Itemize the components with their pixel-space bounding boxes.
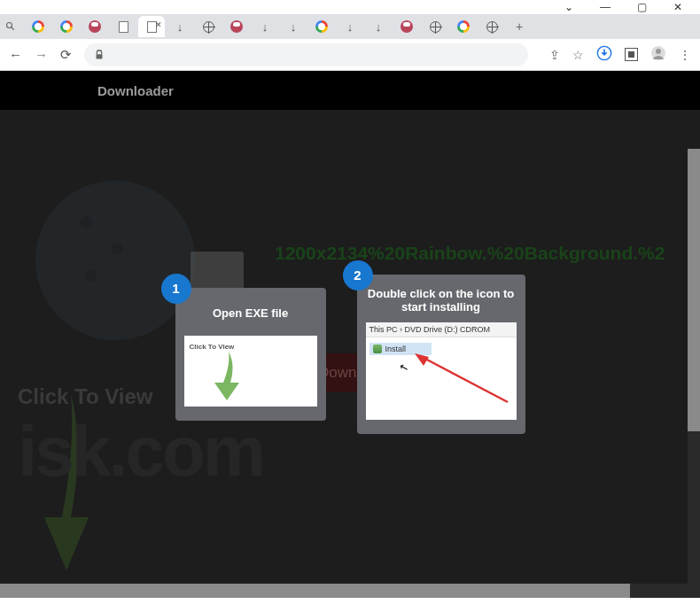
- thumb-text-1: Click To View: [190, 343, 235, 351]
- svg-point-5: [656, 49, 661, 54]
- extensions-icon[interactable]: [625, 48, 638, 61]
- bug-icon: [89, 20, 101, 33]
- window-minimize-icon[interactable]: —: [600, 1, 611, 13]
- bug-icon: [401, 20, 413, 33]
- chrome-icon: [315, 20, 328, 33]
- downloads-icon[interactable]: [596, 45, 612, 65]
- crumb-sep: ›: [400, 325, 402, 334]
- step-thumb-2: This PC › DVD Drive (D:) CDROM Install ↖: [366, 322, 517, 420]
- tab-12[interactable]: ↓: [337, 16, 363, 37]
- site-header: Downloader: [0, 71, 700, 110]
- tab-3[interactable]: [82, 16, 108, 37]
- tab-5-active[interactable]: ✕: [138, 16, 165, 37]
- vscroll-thumb[interactable]: [688, 149, 700, 431]
- tab-15[interactable]: [422, 16, 448, 37]
- window-dropdown-icon[interactable]: ⌄: [564, 1, 573, 13]
- tab-strip: ✕ ↓ ↓ ↓ ↓ ↓ +: [0, 14, 700, 39]
- bug-icon: [230, 20, 243, 33]
- browser-toolbar: ← → ⟳ ⇪ ☆ ⋮: [0, 39, 700, 71]
- window-close-icon[interactable]: ✕: [673, 1, 682, 13]
- installer-icon: [373, 345, 382, 353]
- site-brand: Downloader: [97, 83, 174, 98]
- step-card-1: 1 Open EXE file Click To View: [175, 288, 326, 421]
- step-card-2: 2 Double click on the icon to start inst…: [357, 275, 525, 434]
- tab-8[interactable]: [223, 16, 250, 37]
- crumb-b: DVD Drive (D:) CDROM: [405, 325, 491, 334]
- globe-icon: [203, 21, 214, 33]
- page-content: Downloader Click To View isk.com 1200x21…: [0, 71, 700, 598]
- explorer-breadcrumb: This PC › DVD Drive (D:) CDROM: [366, 322, 517, 337]
- step-badge-2: 2: [343, 260, 373, 291]
- step-title-2: Double click on the icon to start instal…: [366, 287, 517, 314]
- svg-line-1: [12, 27, 14, 30]
- step-thumb-1: Click To View: [184, 336, 317, 407]
- profile-icon[interactable]: [650, 45, 666, 64]
- menu-icon[interactable]: ⋮: [679, 48, 691, 62]
- nav-forward-icon: →: [35, 47, 48, 62]
- globe-icon: [430, 21, 441, 33]
- red-arrow-icon: [415, 353, 512, 407]
- window-maximize-icon[interactable]: ▢: [637, 1, 647, 13]
- green-arrow-icon: [211, 352, 246, 400]
- cursor-icon: ↖: [398, 360, 409, 374]
- globe-icon: [486, 21, 498, 33]
- window-controls: ⌄ — ▢ ✕: [0, 0, 700, 14]
- new-tab-button[interactable]: +: [510, 18, 528, 35]
- tab-14[interactable]: [393, 16, 420, 37]
- tab-6[interactable]: ↓: [167, 16, 193, 37]
- toolbar-actions: ⇪ ☆ ⋮: [541, 45, 691, 65]
- download-icon: ↓: [262, 20, 268, 34]
- chrome-icon: [60, 20, 73, 33]
- download-icon: ↓: [291, 20, 297, 34]
- crumb-a: This PC: [369, 325, 398, 334]
- download-icon: ↓: [177, 20, 183, 34]
- tab-7[interactable]: [195, 16, 222, 37]
- install-label: Install: [385, 345, 407, 353]
- svg-line-6: [424, 358, 508, 402]
- instructions-overlay: 1 Open EXE file Click To View 2 Double c…: [0, 110, 700, 598]
- download-icon: ↓: [376, 20, 382, 34]
- horizontal-scrollbar[interactable]: [0, 584, 700, 598]
- document-icon: [119, 21, 128, 33]
- nav-back-icon[interactable]: ←: [9, 47, 22, 62]
- chrome-icon: [32, 20, 44, 33]
- download-icon: ↓: [347, 20, 354, 34]
- tab-close-icon[interactable]: ✕: [155, 20, 162, 29]
- svg-point-0: [7, 23, 12, 28]
- tab-9[interactable]: ↓: [252, 16, 278, 37]
- chrome-icon: [457, 20, 470, 33]
- tab-16[interactable]: [450, 16, 477, 37]
- share-icon[interactable]: ⇪: [549, 48, 560, 62]
- tab-11[interactable]: [308, 16, 335, 37]
- tab-13[interactable]: ↓: [365, 16, 392, 37]
- nav-reload-icon[interactable]: ⟳: [60, 47, 72, 63]
- bookmark-star-icon[interactable]: ☆: [572, 48, 584, 62]
- svg-rect-2: [97, 54, 103, 58]
- hscroll-thumb[interactable]: [0, 584, 630, 598]
- tab-2[interactable]: [53, 16, 80, 37]
- step-title-1: Open EXE file: [184, 300, 317, 327]
- tab-1[interactable]: [25, 16, 51, 37]
- vertical-scrollbar[interactable]: [688, 149, 700, 584]
- tab-17[interactable]: [478, 16, 505, 37]
- svg-marker-7: [415, 353, 429, 366]
- page-body: Click To View isk.com 1200x2134%20Rainbo…: [0, 110, 700, 598]
- tab-search-icon[interactable]: [5, 21, 16, 32]
- step-badge-1: 1: [161, 274, 191, 304]
- tab-4[interactable]: [110, 16, 136, 37]
- lock-icon: [93, 49, 105, 61]
- tab-10[interactable]: ↓: [280, 16, 307, 37]
- url-bar[interactable]: [84, 43, 528, 66]
